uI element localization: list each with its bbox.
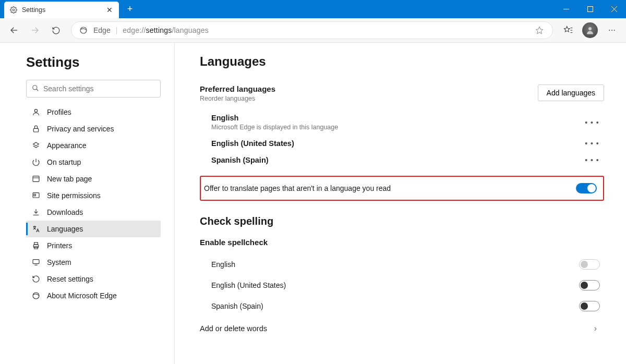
spelling-heading: Check spelling: [200, 215, 604, 227]
svg-rect-19: [33, 176, 39, 182]
nav-label: About Microsoft Edge: [47, 292, 117, 300]
settings-main: Languages Preferred languages Reorder la…: [175, 43, 626, 364]
language-note: Microsoft Edge is displayed in this lang…: [211, 124, 338, 131]
nav-item-profiles[interactable]: Profiles: [26, 104, 161, 120]
permissions-icon: [31, 191, 41, 200]
settings-nav: Profiles Privacy and services Appearance…: [26, 104, 161, 304]
svg-point-14: [33, 85, 37, 89]
nav-item-about[interactable]: About Microsoft Edge: [26, 287, 161, 304]
svg-point-30: [33, 293, 39, 299]
nav-item-reset[interactable]: Reset settings: [26, 271, 161, 287]
svg-rect-17: [33, 128, 38, 132]
close-tab-button[interactable]: ✕: [105, 6, 114, 14]
language-item: English (United States) • • •: [200, 135, 604, 152]
nav-item-appearance[interactable]: Appearance: [26, 137, 161, 154]
nav-label: Profiles: [47, 108, 71, 116]
content-area: Settings Profiles Privacy and services A…: [0, 43, 626, 364]
profile-avatar[interactable]: [582, 22, 598, 38]
nav-label: Downloads: [47, 208, 83, 216]
spell-name: English (United States): [211, 281, 286, 289]
nav-label: On startup: [47, 158, 81, 166]
settings-sidebar: Settings Profiles Privacy and services A…: [0, 43, 175, 364]
tab-title: Settings: [22, 6, 101, 14]
new-tab-button[interactable]: +: [122, 2, 138, 17]
spellcheck-toggle[interactable]: [579, 280, 600, 290]
nav-label: Privacy and services: [47, 125, 114, 133]
page-title: Languages: [200, 54, 604, 69]
nav-label: Site permissions: [47, 191, 101, 200]
language-name: Spanish (Spain): [211, 156, 269, 164]
back-button[interactable]: [5, 21, 23, 39]
favorites-list-button[interactable]: [559, 21, 577, 39]
language-name: English: [211, 114, 338, 122]
svg-rect-28: [33, 260, 39, 264]
add-delete-words-row[interactable]: Add or delete words ›: [200, 317, 604, 341]
nav-item-downloads[interactable]: Downloads: [26, 204, 161, 221]
svg-rect-27: [34, 247, 38, 249]
nav-item-system[interactable]: System: [26, 254, 161, 271]
preferred-heading: Preferred languages: [200, 84, 275, 93]
svg-rect-2: [587, 7, 593, 12]
forward-button[interactable]: [26, 21, 44, 39]
system-icon: [31, 258, 41, 266]
nav-item-permissions[interactable]: Site permissions: [26, 187, 161, 204]
svg-line-4: [611, 6, 617, 12]
nav-label: Printers: [47, 241, 72, 250]
language-more-button[interactable]: • • •: [584, 156, 600, 164]
search-settings-box[interactable]: [26, 80, 161, 98]
spelling-sub: Enable spellcheck: [200, 238, 604, 247]
nav-label: New tab page: [47, 175, 92, 183]
toolbar: Edge | edge://settings/languages ⋯: [0, 18, 626, 43]
svg-point-7: [80, 27, 87, 33]
spellcheck-item: English (United States): [200, 275, 604, 296]
language-item: English Microsoft Edge is displayed in t…: [200, 110, 604, 135]
add-languages-button[interactable]: Add languages: [538, 84, 604, 101]
spellcheck-toggle[interactable]: [579, 301, 600, 311]
url-text: edge://settings/languages: [123, 26, 528, 34]
titlebar: Settings ✕ +: [0, 0, 626, 18]
translate-label: Offer to translate pages that aren't in …: [204, 184, 391, 192]
svg-point-0: [13, 9, 15, 11]
app-identity: Edge: [93, 26, 111, 34]
preferred-languages-header: Preferred languages Reorder languages Ad…: [200, 84, 604, 102]
nav-item-startup[interactable]: On startup: [26, 154, 161, 171]
nav-item-privacy[interactable]: Privacy and services: [26, 120, 161, 137]
nav-item-languages[interactable]: Languages: [26, 221, 161, 237]
svg-rect-1: [563, 9, 569, 9]
spell-name: English: [211, 260, 235, 269]
svg-line-3: [611, 6, 617, 12]
spell-name: Spanish (Spain): [211, 302, 263, 310]
maximize-button[interactable]: [578, 0, 602, 18]
more-menu-button[interactable]: ⋯: [603, 21, 621, 39]
add-delete-words-label: Add or delete words: [200, 324, 267, 333]
language-more-button[interactable]: • • •: [584, 139, 600, 148]
nav-item-printers[interactable]: Printers: [26, 237, 161, 254]
spellcheck-item: English: [200, 254, 604, 275]
search-icon: [32, 84, 39, 93]
svg-marker-8: [536, 27, 543, 33]
power-icon: [31, 158, 41, 166]
browser-tab[interactable]: Settings ✕: [4, 2, 119, 18]
language-more-button[interactable]: • • •: [584, 118, 600, 127]
edge-icon: [31, 292, 41, 300]
favorite-star-icon[interactable]: [534, 25, 545, 36]
lock-icon: [31, 125, 41, 133]
close-window-button[interactable]: [602, 0, 626, 18]
chevron-right-icon: ›: [594, 324, 600, 333]
address-bar[interactable]: Edge | edge://settings/languages: [71, 21, 553, 39]
minimize-button[interactable]: [554, 0, 578, 18]
nav-label: Languages: [47, 225, 83, 233]
download-icon: [31, 208, 41, 216]
nav-label: Reset settings: [47, 275, 93, 283]
svg-point-16: [34, 110, 37, 112]
svg-line-15: [37, 89, 39, 91]
refresh-button[interactable]: [47, 21, 65, 39]
svg-marker-9: [564, 27, 570, 32]
edge-logo-icon: [79, 26, 88, 35]
translate-toggle[interactable]: [576, 183, 597, 193]
tab-strip: Settings ✕ +: [0, 0, 138, 18]
nav-item-newtab[interactable]: New tab page: [26, 171, 161, 187]
spellcheck-toggle[interactable]: [579, 259, 600, 270]
gear-icon: [9, 6, 18, 14]
search-input[interactable]: [43, 84, 155, 93]
